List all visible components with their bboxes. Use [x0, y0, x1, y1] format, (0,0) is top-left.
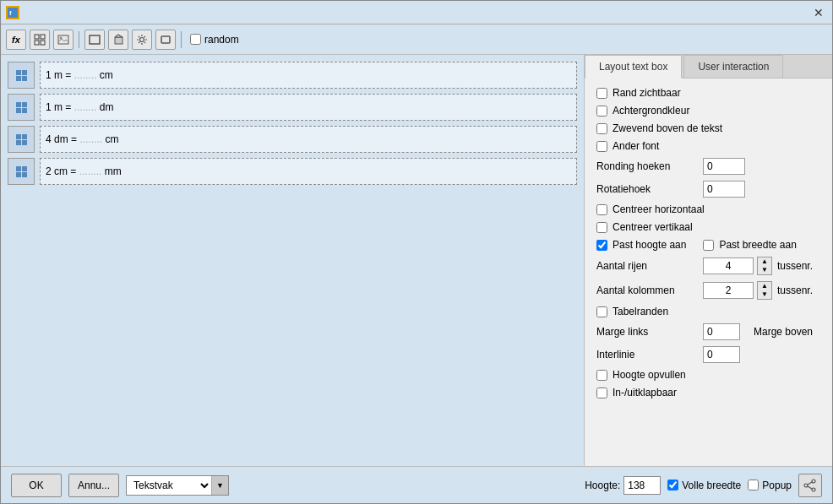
type-dropdown[interactable]: Tekstvak [127, 476, 211, 495]
aantal-rijen-down[interactable]: ▼ [758, 266, 771, 274]
aantal-kolommen-up[interactable]: ▲ [758, 282, 771, 290]
formula-text-1: 1 m = [46, 69, 71, 81]
aantal-kolommen-label: Aantal kolommen [596, 285, 698, 296]
svg-line-18 [808, 482, 812, 485]
formula-input-2[interactable]: 1 m = ........ dm [40, 94, 577, 121]
type-dropdown-wrapper: Tekstvak ▼ [126, 475, 229, 496]
formula-row-4: 2 cm = ........ mm [8, 158, 577, 185]
ander-font-checkbox[interactable] [596, 141, 607, 152]
past-breedte-label: Past breedte aan [719, 239, 796, 251]
aantal-kolommen-row: Aantal kolommen ▲ ▼ tussenr. [596, 281, 832, 300]
cube-button[interactable] [108, 30, 128, 50]
random-checkbox-row[interactable]: random [190, 34, 239, 46]
main-window: f ✕ fx [0, 0, 833, 504]
rand-zichtbaar-checkbox[interactable] [596, 88, 607, 99]
rect-button[interactable] [84, 30, 105, 50]
tab-layout[interactable]: Layout text box [585, 55, 682, 79]
centreer-v-checkbox[interactable] [596, 222, 607, 233]
ronding-input[interactable] [703, 158, 745, 175]
svg-rect-6 [58, 35, 68, 44]
grid-button[interactable] [30, 30, 50, 50]
centreer-h-label: Centreer horizontaal [612, 203, 705, 215]
marge-links-input[interactable] [703, 323, 740, 340]
formula-row-3: 4 dm = ........ cm [8, 126, 577, 153]
checkbox-centreer-v: Centreer vertikaal [596, 221, 832, 233]
ok-button[interactable]: OK [11, 474, 62, 497]
share-button[interactable] [798, 474, 822, 497]
interlinie-label: Interlinie [596, 349, 698, 360]
achtergrondkleur-checkbox[interactable] [596, 106, 607, 117]
fx-label: fx [12, 35, 20, 45]
random-label-text: random [204, 34, 239, 46]
rect2-icon [160, 34, 172, 46]
fx-button[interactable]: fx [6, 30, 26, 50]
close-button[interactable]: ✕ [810, 4, 827, 21]
formula-row-1: 1 m = ........ cm [8, 62, 577, 89]
tab-interaction[interactable]: User interaction [683, 55, 783, 78]
marge-links-label: Marge links [596, 326, 698, 338]
zwevend-label: Zwevend boven de tekst [612, 122, 722, 134]
formula-icon-4 [8, 158, 35, 185]
app-icon: f [6, 6, 19, 19]
formula-unit-4: mm [105, 165, 122, 177]
checkbox-rand-zichtbaar: Rand zichtbaar [596, 87, 832, 99]
hoogte-field: Hoogte: [585, 476, 661, 495]
aantal-kolommen-arrows[interactable]: ▲ ▼ [757, 281, 772, 300]
marge-row: Marge links Marge boven [596, 323, 832, 340]
svg-text:f: f [9, 9, 12, 17]
tabelranden-checkbox[interactable] [596, 306, 607, 317]
titlebar: f ✕ [1, 1, 832, 24]
formula-unit-2: dm [100, 101, 114, 113]
volle-breedte-label: Volle breedte [682, 480, 741, 491]
cancel-button[interactable]: Annu... [68, 474, 119, 497]
formula-text-2: 1 m = [46, 101, 71, 113]
formula-input-3[interactable]: 4 dm = ........ cm [40, 126, 577, 153]
rotatie-row: Rotatiehoek [596, 181, 832, 198]
dropdown-arrow-icon: ▼ [211, 476, 228, 495]
formula-input-4[interactable]: 2 cm = ........ mm [40, 158, 577, 185]
interlinie-input[interactable] [703, 346, 740, 363]
centreer-v-label: Centreer vertikaal [612, 221, 693, 233]
interlinie-row: Interlinie [596, 346, 832, 363]
svg-rect-5 [41, 41, 45, 45]
aantal-kolommen-input[interactable] [703, 282, 754, 299]
separator1 [79, 31, 79, 48]
rect2-button[interactable] [155, 30, 176, 50]
svg-rect-8 [90, 35, 100, 44]
formula-text-4: 2 cm = [46, 165, 76, 177]
image-icon [57, 34, 69, 46]
volle-breedte-checkbox[interactable] [667, 480, 678, 490]
aantal-rijen-input[interactable] [703, 257, 754, 274]
random-checkbox[interactable] [190, 34, 201, 45]
tussenr1-label: tussenr. [777, 260, 832, 272]
ronding-label: Ronding hoeken [596, 160, 698, 172]
hoogte-opvullen-label: Hoogte opvullen [612, 369, 686, 381]
share-icon [803, 479, 817, 492]
past-hoogte-checkbox[interactable] [596, 240, 607, 251]
achtergrondkleur-label: Achtergrondkleur [612, 105, 689, 117]
rand-zichtbaar-label: Rand zichtbaar [612, 87, 681, 99]
formula-text-3: 4 dm = [46, 133, 77, 145]
svg-point-17 [812, 488, 815, 491]
popup-checkbox[interactable] [748, 480, 759, 490]
image-button[interactable] [53, 30, 74, 50]
centreer-h-checkbox[interactable] [596, 204, 607, 215]
formula-row-2: 1 m = ........ dm [8, 94, 577, 121]
rotatie-input[interactable] [703, 181, 745, 198]
zwevend-checkbox[interactable] [596, 123, 607, 134]
hoogte-opvullen-checkbox[interactable] [596, 370, 607, 381]
popup-row: Popup [748, 480, 792, 491]
aantal-kolommen-down[interactable]: ▼ [758, 290, 771, 299]
aantal-rijen-up[interactable]: ▲ [758, 257, 771, 266]
svg-rect-14 [161, 36, 170, 43]
content-area: 1 m = ........ cm 1 m = ........ dm [1, 55, 832, 466]
gear-button[interactable] [132, 30, 152, 50]
in-uitklapbaar-checkbox[interactable] [596, 387, 607, 398]
formula-input-1[interactable]: 1 m = ........ cm [40, 62, 577, 89]
past-breedte-checkbox[interactable] [703, 240, 714, 251]
aantal-rijen-arrows[interactable]: ▲ ▼ [757, 257, 772, 275]
hoogte-input[interactable] [623, 476, 661, 495]
ander-font-label: Ander font [612, 140, 659, 152]
formula-unit-1: cm [100, 69, 113, 81]
aantal-rijen-label: Aantal rijen [596, 260, 698, 272]
